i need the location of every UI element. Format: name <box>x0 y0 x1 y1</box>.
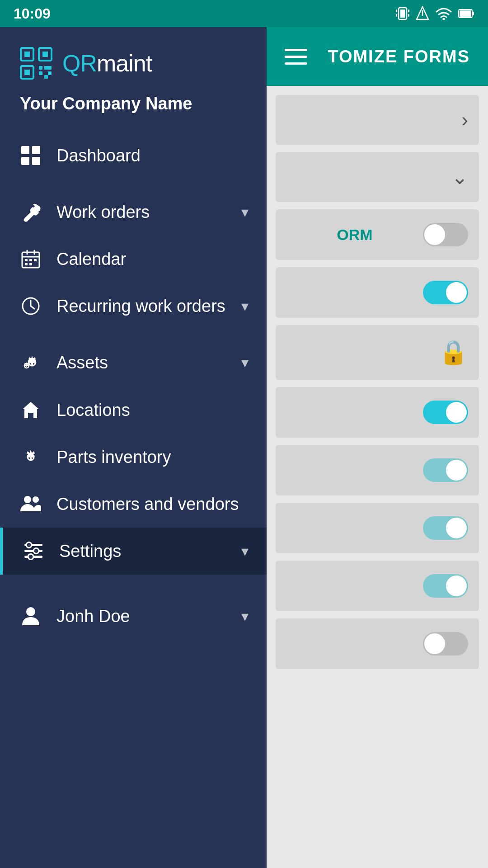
right-row-toggle-6 <box>276 503 479 553</box>
sidebar-item-parts-inventory[interactable]: Parts inventory <box>0 434 267 481</box>
right-row-lock: 🔒 <box>276 325 479 380</box>
svg-point-51 <box>28 554 33 560</box>
logo-maint-part: maint <box>97 50 152 76</box>
hamburger-line-3 <box>285 62 307 65</box>
signal-icon <box>416 6 429 21</box>
svg-rect-32 <box>25 259 28 261</box>
toggle-2[interactable] <box>423 281 468 304</box>
dashboard-icon <box>18 145 43 166</box>
calendar-icon <box>18 249 43 269</box>
sidebar-item-user[interactable]: Jonh Doe ▾ <box>0 593 267 640</box>
logo-qr-part: QR <box>62 50 97 76</box>
sidebar-item-customers-label: Customers and vendors <box>56 495 249 514</box>
toggle-4[interactable] <box>423 401 468 424</box>
settings-chevron: ▾ <box>241 542 249 560</box>
settings-sliders-icon <box>21 541 46 561</box>
sidebar-item-work-orders[interactable]: Work orders ▾ <box>0 189 267 236</box>
sidebar-item-dashboard[interactable]: Dashboard <box>0 132 267 179</box>
toggle-8[interactable] <box>423 632 468 656</box>
right-header: TOMIZE FORMS <box>267 27 488 86</box>
wifi-icon <box>436 7 452 20</box>
svg-point-52 <box>26 607 35 616</box>
toggle-knob-8 <box>424 633 445 654</box>
toggle-knob-6 <box>446 518 467 538</box>
svg-rect-19 <box>44 66 48 70</box>
svg-rect-4 <box>396 14 397 17</box>
hamburger-menu[interactable] <box>285 49 307 65</box>
toggle-1[interactable] <box>423 223 468 246</box>
sidebar-item-calendar[interactable]: Calendar <box>0 236 267 283</box>
sidebar-item-settings-label: Settings <box>59 542 228 561</box>
svg-point-50 <box>33 548 39 554</box>
wrench-icon <box>18 202 43 222</box>
right-row-2[interactable]: ⌄ <box>276 152 479 202</box>
assets-chevron: ▾ <box>241 354 249 371</box>
svg-rect-25 <box>32 146 40 154</box>
toggle-knob-2 <box>446 282 467 303</box>
svg-marker-42 <box>23 402 39 418</box>
right-panel: TOMIZE FORMS › ⌄ ORM <box>267 27 488 868</box>
toggle-6[interactable] <box>423 516 468 540</box>
assets-gear-icon <box>18 352 43 373</box>
right-row-toggle-7 <box>276 561 479 611</box>
right-row-1[interactable]: › <box>276 95 479 145</box>
work-orders-chevron: ▾ <box>241 203 249 221</box>
sidebar: QRmaint Your Company Name Dashboard <box>0 27 267 868</box>
right-row-toggle-2 <box>276 267 479 318</box>
toggle-5[interactable] <box>423 458 468 482</box>
sidebar-item-recurring-label: Recurring work orders <box>56 297 228 316</box>
svg-point-45 <box>33 496 39 503</box>
sidebar-item-calendar-label: Calendar <box>56 250 249 269</box>
sidebar-item-assets[interactable]: Assets ▾ <box>0 339 267 387</box>
svg-rect-1 <box>400 9 405 18</box>
sidebar-item-locations-label: Locations <box>56 401 249 420</box>
toggle-7[interactable] <box>423 574 468 598</box>
svg-rect-36 <box>29 263 32 265</box>
svg-rect-20 <box>48 66 52 70</box>
svg-rect-22 <box>44 75 48 79</box>
svg-rect-35 <box>25 263 28 265</box>
sidebar-item-customers[interactable]: Customers and vendors <box>0 481 267 528</box>
status-time: 10:09 <box>14 5 51 22</box>
chevron-right-icon: › <box>461 108 468 131</box>
right-row-toggle-4 <box>276 387 479 438</box>
toggle-knob-4 <box>446 402 467 423</box>
svg-rect-13 <box>24 52 30 57</box>
sidebar-item-parts-label: Parts inventory <box>56 448 249 467</box>
svg-rect-24 <box>21 146 29 154</box>
right-row-toggle-8 <box>276 618 479 669</box>
form-section-label: ORM <box>286 226 423 244</box>
svg-rect-18 <box>39 66 42 70</box>
hamburger-line-1 <box>285 49 307 51</box>
sidebar-item-user-label: Jonh Doe <box>56 607 228 626</box>
toggle-knob-1 <box>424 224 445 245</box>
sidebar-item-work-orders-label: Work orders <box>56 203 228 222</box>
home-icon <box>18 400 43 420</box>
svg-line-39 <box>31 306 34 309</box>
chevron-down-icon: ⌄ <box>451 165 468 189</box>
person-icon <box>18 606 43 626</box>
toggle-knob-5 <box>446 460 467 481</box>
nav-list: Dashboard Work orders ▾ <box>0 127 267 868</box>
sidebar-item-settings[interactable]: Settings ▾ <box>0 528 267 575</box>
user-chevron: ▾ <box>241 608 249 625</box>
sidebar-item-locations[interactable]: Locations <box>0 387 267 434</box>
status-bar: 10:09 <box>0 0 488 27</box>
toggle-knob-7 <box>446 576 467 596</box>
svg-rect-33 <box>29 259 32 261</box>
qr-logo-icon <box>18 45 54 81</box>
svg-rect-27 <box>32 157 40 165</box>
hamburger-line-2 <box>285 56 307 58</box>
svg-point-8 <box>443 18 445 20</box>
clock-icon <box>18 296 43 316</box>
lock-icon: 🔒 <box>439 339 468 366</box>
main-layout: QRmaint Your Company Name Dashboard <box>0 27 488 868</box>
svg-rect-10 <box>472 12 474 15</box>
recurring-chevron: ▾ <box>241 297 249 315</box>
right-content: › ⌄ ORM 🔒 <box>267 86 488 678</box>
right-row-form: ORM <box>276 209 479 260</box>
sidebar-item-recurring[interactable]: Recurring work orders ▾ <box>0 283 267 330</box>
svg-rect-21 <box>39 71 42 75</box>
svg-point-49 <box>26 542 32 548</box>
svg-rect-2 <box>396 9 397 12</box>
